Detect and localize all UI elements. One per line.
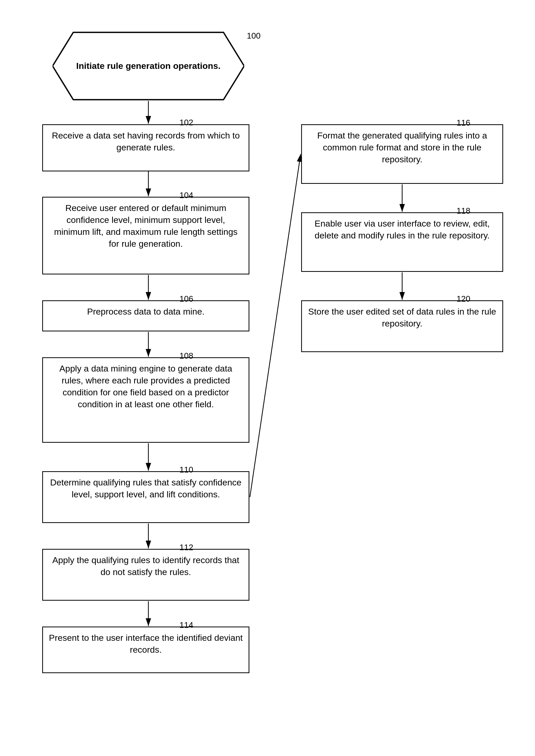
label-120: 120 (457, 294, 470, 304)
node-104: Receive user entered or default minimum … (42, 197, 249, 274)
node-108: Apply a data mining engine to generate d… (42, 357, 249, 443)
label-118: 118 (457, 206, 470, 216)
node-112-text: Apply the qualifying rules to identify r… (52, 555, 239, 577)
node-102: Receive a data set having records from w… (42, 124, 249, 172)
label-112: 112 (180, 543, 193, 552)
label-114: 114 (180, 620, 193, 630)
label-116: 116 (457, 118, 470, 128)
node-120: Store the user edited set of data rules … (301, 300, 503, 352)
label-106: 106 (180, 294, 193, 304)
node-120-text: Store the user edited set of data rules … (308, 307, 496, 328)
node-110: Determine qualifying rules that satisfy … (42, 471, 249, 523)
node-102-text: Receive a data set having records from w… (52, 130, 240, 152)
node-112: Apply the qualifying rules to identify r… (42, 549, 249, 601)
node-114: Present to the user interface the identi… (42, 627, 249, 673)
node-114-text: Present to the user interface the identi… (49, 633, 243, 655)
flowchart-diagram: Initiate rule generation operations. 100… (21, 15, 514, 741)
label-110: 110 (180, 465, 193, 474)
node-110-text: Determine qualifying rules that satisfy … (50, 477, 241, 499)
node-116-text: Format the generated qualifying rules in… (317, 130, 487, 164)
svg-line-8 (250, 154, 301, 497)
label-108: 108 (180, 351, 193, 361)
node-104-text: Receive user entered or default minimum … (54, 203, 238, 249)
node-116: Format the generated qualifying rules in… (301, 124, 503, 184)
node-106: Preprocess data to data mine. (42, 300, 249, 331)
node-118: Enable user via user interface to review… (301, 212, 503, 272)
node-108-text: Apply a data mining engine to generate d… (59, 364, 232, 409)
label-102: 102 (180, 118, 193, 127)
node-100: Initiate rule generation operations. (53, 31, 244, 101)
node-106-text: Preprocess data to data mine. (87, 307, 205, 316)
label-100: 100 (247, 31, 261, 40)
node-100-text: Initiate rule generation operations. (72, 60, 225, 72)
node-118-text: Enable user via user interface to review… (315, 219, 490, 240)
label-104: 104 (180, 191, 193, 200)
